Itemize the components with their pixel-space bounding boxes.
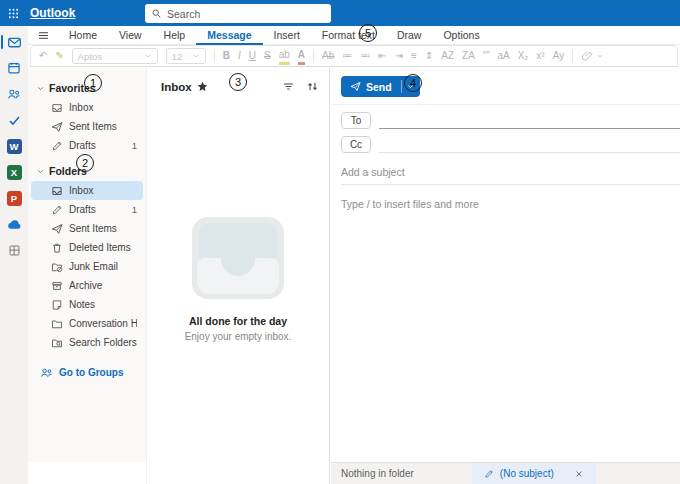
folder-item-deleted-items[interactable]: Deleted Items [31,238,143,257]
align-button[interactable]: ≡ [411,49,417,63]
styles-button[interactable]: Ay [553,49,565,63]
empty-inbox-state: All done for the day Enjoy your empty in… [147,217,329,342]
italic-button[interactable]: I [238,49,241,63]
pencil-icon [484,469,494,479]
rail-calendar-button[interactable] [0,55,28,81]
undo-button[interactable]: ↶ [39,49,47,63]
calendar-icon [7,61,21,75]
format-painter-button[interactable]: ✎ [55,49,63,63]
annotation-circle-3: 3 [229,73,247,91]
word-icon: W [7,139,22,154]
item-label: Inbox [69,102,137,113]
rail-people-button[interactable] [0,81,28,107]
line-spacing-button[interactable]: ⇕ [425,49,433,63]
folder-item-junk-email[interactable]: Junk Email [31,257,143,276]
formatting-toolbar: ↶ ✎ Aptos 12 B I U S ab A Ab ≔ ≕ ⇤ ⇥ ≡ ⇕… [30,45,678,67]
drafts-icon [51,140,63,152]
favorite-item-inbox[interactable]: Inbox [31,98,143,117]
chevron-down-icon [36,167,45,176]
rail-more-apps-button[interactable] [0,237,28,263]
chevron-down-icon [36,84,45,93]
send-button[interactable]: Send [341,81,401,93]
tab-draw[interactable]: Draw [386,26,433,45]
groups-icon [40,366,53,379]
attach-file-button[interactable] [581,50,604,62]
star-icon[interactable] [197,81,208,92]
search-input[interactable]: Search [145,4,331,23]
rail-excel-button[interactable]: X [0,159,28,185]
paperclip-icon [581,50,593,62]
folder-item-sent-items[interactable]: Sent Items [31,219,143,238]
close-draft-button[interactable] [574,469,584,479]
bullet-list-button[interactable]: ≔ [342,49,352,63]
app-launcher-button[interactable] [0,0,26,26]
tab-message[interactable]: Message [196,26,262,45]
font-size-dropdown[interactable]: 12 [166,48,206,64]
favorite-item-drafts[interactable]: Drafts 1 [31,136,143,155]
folder-item-inbox[interactable]: Inbox [31,181,143,200]
cc-button[interactable]: Cc [341,136,371,153]
folder-item-conversation-history[interactable]: Conversation Histo... [31,314,143,333]
annotation-circle-4: 4 [404,74,422,92]
chevron-down-icon [596,52,604,60]
folder-item-notes[interactable]: Notes [31,295,143,314]
chevron-down-icon [144,52,152,60]
hamburger-button[interactable] [28,26,58,45]
numbered-list-button[interactable]: ≕ [360,49,370,63]
increase-indent-button[interactable]: ⇥ [395,49,403,63]
send-plane-icon [350,81,361,92]
unread-count: 1 [132,204,137,215]
folder-item-search-folders[interactable]: Search Folders [31,333,143,352]
tab-options[interactable]: Options [432,26,490,45]
rail-onedrive-button[interactable] [0,211,28,237]
tab-view[interactable]: View [108,26,153,45]
sort-descending-button[interactable]: ZA [462,49,475,63]
archive-icon [51,280,63,292]
cloud-icon [7,217,22,232]
rail-powerpoint-button[interactable]: P [0,185,28,211]
font-color-button[interactable]: A [298,48,305,65]
to-input[interactable] [379,112,680,129]
subscript-button[interactable]: X₂ [518,49,529,63]
bold-button[interactable]: B [223,49,230,63]
decrease-indent-button[interactable]: ⇤ [378,49,386,63]
strikethrough-button[interactable]: S [264,49,271,63]
item-label: Notes [69,299,137,310]
rail-word-button[interactable]: W [0,133,28,159]
sort-icon[interactable] [306,80,319,93]
empty-state-title: All done for the day [189,315,287,327]
folder-item-drafts[interactable]: Drafts 1 [31,200,143,219]
item-label: Inbox [69,185,137,196]
people-icon [7,87,21,101]
rail-mail-button[interactable] [0,29,28,55]
highlight-button[interactable]: ab [279,48,290,65]
outlook-logo[interactable]: Outlook [30,6,75,20]
waffle-icon [7,7,20,20]
subject-input[interactable]: Add a subject [341,166,680,185]
folder-item-archive[interactable]: Archive [31,276,143,295]
cc-input[interactable] [379,136,680,153]
tab-insert[interactable]: Insert [263,26,311,45]
tab-help[interactable]: Help [153,26,197,45]
draft-tab-label: (No subject) [500,468,554,479]
go-to-groups-link[interactable]: Go to Groups [28,366,146,379]
message-body-input[interactable]: Type / to insert files and more [341,198,680,210]
sort-ascending-button[interactable]: AZ [441,49,454,63]
draft-tab[interactable]: (No subject) [472,463,596,484]
change-case-button[interactable]: aA [498,49,510,63]
rail-todo-button[interactable] [0,107,28,133]
annotation-circle-2: 2 [76,154,94,172]
clear-formatting-button[interactable]: Ab [322,49,334,63]
quote-button[interactable]: “” [483,49,490,63]
font-name-dropdown[interactable]: Aptos [72,48,158,64]
item-label: Junk Email [69,261,137,272]
compose-pane: Send To Cc Add a subject Type / to inser… [331,68,680,462]
favorite-item-sent-items[interactable]: Sent Items [31,117,143,136]
to-button[interactable]: To [341,112,371,129]
underline-button[interactable]: U [249,49,256,63]
drafts-icon [51,204,63,216]
tab-home[interactable]: Home [58,26,108,45]
superscript-button[interactable]: x² [536,49,544,63]
filter-icon[interactable] [282,80,295,93]
item-label: Sent Items [69,223,137,234]
